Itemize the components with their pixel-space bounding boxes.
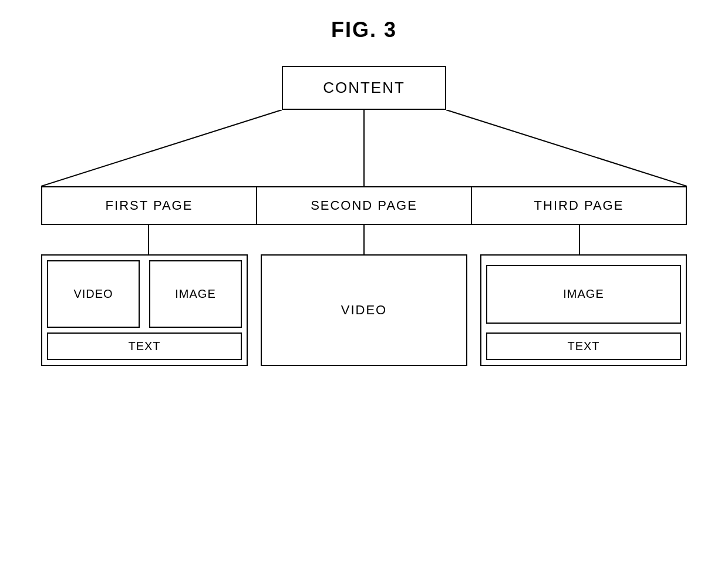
connector-mid bbox=[41, 225, 687, 254]
child-box-third-page: IMAGE TEXT bbox=[480, 254, 687, 366]
diagram-container: FIG. 3 CONTENT FIRST PAGE SECOND PAGE TH… bbox=[41, 0, 687, 366]
child-image-third: IMAGE bbox=[486, 265, 681, 324]
connector-top bbox=[41, 110, 687, 186]
child-text-third: TEXT bbox=[486, 332, 681, 360]
child-box-top: VIDEO IMAGE bbox=[42, 256, 247, 332]
child-text-first: TEXT bbox=[47, 332, 242, 360]
connector-mid-svg bbox=[41, 225, 687, 254]
root-node: CONTENT bbox=[282, 66, 446, 110]
page-cell-third: THIRD PAGE bbox=[472, 187, 686, 224]
page-cell-first: FIRST PAGE bbox=[42, 187, 257, 224]
page-cell-second: SECOND PAGE bbox=[257, 187, 472, 224]
child-video-second: VIDEO bbox=[262, 256, 466, 365]
pages-row: FIRST PAGE SECOND PAGE THIRD PAGE bbox=[41, 186, 687, 225]
page-title: FIG. 3 bbox=[331, 18, 397, 42]
child-video-first: VIDEO bbox=[47, 260, 140, 328]
svg-line-1 bbox=[446, 110, 687, 186]
child-box-first-page: VIDEO IMAGE TEXT bbox=[41, 254, 248, 366]
connector-top-svg bbox=[41, 110, 687, 186]
child-box-second-page: VIDEO bbox=[261, 254, 467, 366]
child-image-first: IMAGE bbox=[149, 260, 242, 328]
children-row: VIDEO IMAGE TEXT VIDEO IMAGE TEXT bbox=[41, 254, 687, 366]
svg-line-0 bbox=[41, 110, 282, 186]
